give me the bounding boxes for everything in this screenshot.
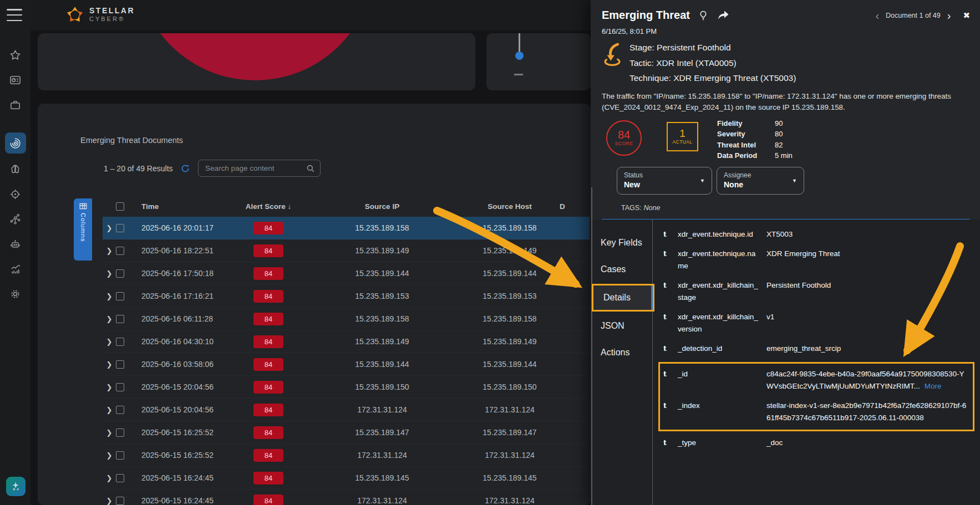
tab-details[interactable]: Details <box>593 285 653 310</box>
sidebar-item-briefcase-icon[interactable] <box>5 95 26 114</box>
cell-source-host: 15.235.189.149 <box>465 337 554 346</box>
row-expand-chevron-icon[interactable]: ❯ <box>103 383 116 391</box>
table-row[interactable]: ❯2025-06-15 16:25:5284172.31.31.124172.3… <box>103 444 590 467</box>
select-all-checkbox[interactable] <box>116 202 124 211</box>
field-name[interactable]: xdr_event.xdr_killchain_stage <box>678 279 766 304</box>
cell-source-host: 15.235.189.149 <box>465 246 554 255</box>
share-forward-icon[interactable] <box>717 10 730 21</box>
cell-source-host: 15.235.189.153 <box>465 292 554 300</box>
row-expand-chevron-icon[interactable]: ❯ <box>103 269 116 278</box>
sidebar-item-dashboard-icon[interactable] <box>5 70 26 89</box>
row-checkbox[interactable] <box>116 315 124 323</box>
cell-time: 2025-06-16 20:01:17 <box>133 223 238 232</box>
cell-source-ip: 15.235.189.144 <box>299 269 465 278</box>
header-source-ip[interactable]: Source IP <box>299 202 465 211</box>
table-row[interactable]: ❯2025-06-16 04:30:108415.235.189.14915.2… <box>103 330 590 353</box>
tab-actions[interactable]: Actions <box>591 339 652 366</box>
refresh-icon[interactable] <box>180 164 190 174</box>
metric-value: 5 min <box>775 151 793 160</box>
document-position: Document 1 of 49 <box>886 12 941 19</box>
row-expand-chevron-icon[interactable]: ❯ <box>103 224 116 232</box>
search-input[interactable] <box>205 164 306 172</box>
tab-cases[interactable]: Cases <box>591 256 652 283</box>
sidebar-item-robot-icon[interactable] <box>5 234 26 253</box>
threat-detail-panel: Emerging Threat ‹ Document 1 of 49 › ✖ 6… <box>591 0 980 505</box>
killchain-technique: Technique: XDR Emerging Threat (XT5003) <box>629 70 796 86</box>
stellar-cyber-logo[interactable]: STELLAR CYBER® <box>65 5 135 24</box>
lightbulb-icon[interactable] <box>698 9 709 22</box>
tab-json[interactable]: JSON <box>591 313 652 339</box>
more-link[interactable]: More <box>925 382 942 390</box>
prev-document-chevron-icon[interactable]: ‹ <box>875 10 879 21</box>
status-dropdown[interactable]: Status New ▼ <box>617 167 712 195</box>
search-icon[interactable] <box>306 164 316 174</box>
table-row[interactable]: ❯2025-06-16 03:58:068415.235.189.14415.2… <box>103 353 590 376</box>
table-row[interactable]: ❯2025-06-15 16:24:4584172.31.31.124172.3… <box>103 489 590 505</box>
cell-source-host: 15.235.189.144 <box>465 269 554 278</box>
row-checkbox[interactable] <box>116 292 124 300</box>
row-checkbox[interactable] <box>116 429 124 437</box>
table-row[interactable]: ❯2025-06-15 16:24:458415.235.189.14515.2… <box>103 467 590 489</box>
search-box <box>198 160 321 177</box>
field-name[interactable]: _id <box>678 368 766 380</box>
header-alert-score[interactable]: Alert Score ↓ <box>238 202 299 211</box>
sidebar-item-network-graph-icon[interactable] <box>5 210 26 228</box>
header-next-column-clipped: D <box>554 202 590 211</box>
field-name[interactable]: xdr_event.technique.id <box>678 228 766 241</box>
ai-sparkles-icon[interactable] <box>6 477 26 496</box>
header-time[interactable]: Time <box>133 202 238 211</box>
row-checkbox[interactable] <box>116 269 124 278</box>
close-panel-icon[interactable]: ✖ <box>963 11 970 21</box>
sidebar-item-analytics-chart-icon[interactable] <box>5 259 26 278</box>
slider-card <box>486 33 591 90</box>
row-checkbox[interactable] <box>116 451 124 460</box>
row-expand-chevron-icon[interactable]: ❯ <box>103 292 116 300</box>
row-checkbox[interactable] <box>116 224 124 232</box>
field-name[interactable]: _index <box>678 400 766 412</box>
row-expand-chevron-icon[interactable]: ❯ <box>103 451 116 460</box>
field-name[interactable]: _detection_id <box>678 343 766 355</box>
table-row[interactable]: ❯2025-06-16 20:01:178415.235.189.15815.2… <box>103 217 590 239</box>
row-checkbox[interactable] <box>116 338 124 346</box>
field-name[interactable]: xdr_event.technique.name <box>678 248 766 272</box>
cell-time: 2025-06-15 16:25:52 <box>133 428 238 437</box>
vertical-slider-handle[interactable] <box>515 52 524 60</box>
row-expand-chevron-icon[interactable]: ❯ <box>103 474 116 482</box>
panel-scrollbar[interactable] <box>591 187 592 505</box>
table-row[interactable]: ❯2025-06-16 17:16:218415.235.189.15315.2… <box>103 285 590 308</box>
table-row[interactable]: ❯2025-06-16 17:50:188415.235.189.14415.2… <box>103 262 590 285</box>
sidebar-item-gear-icon[interactable] <box>5 284 26 303</box>
row-checkbox[interactable] <box>116 474 124 482</box>
assignee-dropdown[interactable]: Assignee None ▼ <box>717 167 804 195</box>
row-expand-chevron-icon[interactable]: ❯ <box>103 429 116 437</box>
cell-alert-score: 84 <box>238 381 299 394</box>
sidebar-item-detections-radar-icon[interactable] <box>5 132 26 154</box>
sidebar-item-brain-icon[interactable] <box>5 160 26 178</box>
hamburger-menu-icon[interactable] <box>7 9 22 21</box>
row-expand-chevron-icon[interactable]: ❯ <box>103 315 116 323</box>
columns-button[interactable]: Columns <box>74 198 92 261</box>
table-row[interactable]: ❯2025-06-16 06:11:288415.235.189.15815.2… <box>103 308 590 330</box>
next-document-chevron-icon[interactable]: › <box>947 10 951 21</box>
row-expand-chevron-icon[interactable]: ❯ <box>103 497 116 505</box>
row-checkbox[interactable] <box>116 360 124 369</box>
row-checkbox[interactable] <box>116 247 124 255</box>
row-expand-chevron-icon[interactable]: ❯ <box>103 406 116 414</box>
tab-key-fields[interactable]: Key Fields <box>591 229 652 256</box>
row-expand-chevron-icon[interactable]: ❯ <box>103 338 116 346</box>
row-checkbox[interactable] <box>116 406 124 414</box>
sidebar-item-target-icon[interactable] <box>5 185 26 203</box>
field-name[interactable]: xdr_event.xdr_killchain_version <box>678 311 766 335</box>
row-expand-chevron-icon[interactable]: ❯ <box>103 247 116 255</box>
sidebar-item-star-icon[interactable] <box>5 45 26 64</box>
header-source-host[interactable]: Source Host <box>465 202 554 211</box>
row-checkbox[interactable] <box>116 383 124 391</box>
table-row[interactable]: ❯2025-06-15 20:04:5684172.31.31.124172.3… <box>103 399 590 421</box>
row-checkbox[interactable] <box>116 497 124 505</box>
field-name[interactable]: _type <box>678 437 766 449</box>
table-row[interactable]: ❯2025-06-16 18:22:518415.235.189.14915.2… <box>103 239 590 262</box>
table-row[interactable]: ❯2025-06-15 16:25:528415.235.189.14715.2… <box>103 421 590 444</box>
row-expand-chevron-icon[interactable]: ❯ <box>103 360 116 369</box>
alert-score-badge: 84 <box>253 426 283 439</box>
table-row[interactable]: ❯2025-06-15 20:04:568415.235.189.15015.2… <box>103 376 590 399</box>
